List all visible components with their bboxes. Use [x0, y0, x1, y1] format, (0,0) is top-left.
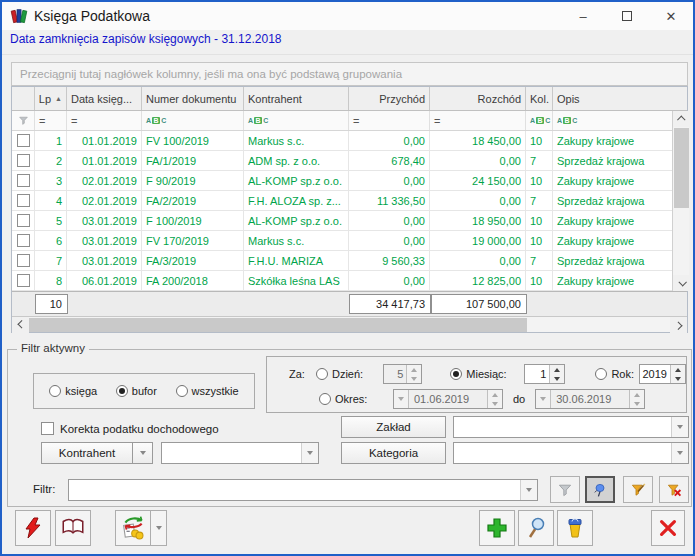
filter-cell-kontrahent[interactable]: ABC: [244, 111, 349, 130]
radio-miesiac[interactable]: Miesiąc:: [450, 368, 524, 380]
column-header-data[interactable]: Data księg...: [67, 87, 142, 110]
calendar-dropdown-icon[interactable]: [536, 390, 551, 408]
scroll-down-button[interactable]: [673, 275, 690, 291]
horizontal-scroll-thumb[interactable]: [29, 318, 527, 332]
radio-okres[interactable]: Okres:: [319, 393, 393, 405]
scroll-right-button[interactable]: [670, 317, 687, 333]
zaklad-button[interactable]: Zakład: [341, 416, 446, 438]
ksieguj-button[interactable]: [15, 510, 51, 546]
filter-cell-numer[interactable]: ABC: [142, 111, 244, 130]
table-row[interactable]: 2 01.01.2019 FA/1/2019 ADM sp. z o.o. 67…: [12, 151, 672, 171]
column-header-numer[interactable]: Numer dokumentu: [142, 87, 244, 110]
add-button[interactable]: [479, 510, 515, 546]
kontrahent-combo[interactable]: [161, 442, 319, 464]
row-checkbox[interactable]: [17, 214, 30, 227]
kategoria-combo[interactable]: [453, 442, 689, 464]
kategoria-button[interactable]: Kategoria: [341, 442, 446, 464]
scroll-left-button[interactable]: [12, 317, 29, 333]
table-row[interactable]: 7 03.01.2019 FA/3/2019 F.H.U. MARIZA 9 5…: [12, 251, 672, 271]
radio-rok[interactable]: Rok:: [595, 368, 638, 380]
spin-up[interactable]: [671, 365, 685, 374]
year-spinner[interactable]: 2019: [639, 364, 686, 384]
radio-dzien[interactable]: Dzień:: [316, 368, 381, 380]
filter-row-funnel-icon[interactable]: [12, 111, 35, 130]
separator: [2, 54, 693, 55]
zaklad-combo[interactable]: [453, 416, 689, 438]
renumeracja-button[interactable]: [115, 510, 151, 546]
row-checkbox[interactable]: [17, 134, 30, 147]
spin-down[interactable]: [488, 399, 502, 408]
day-spinner[interactable]: 5: [383, 364, 423, 384]
table-row[interactable]: 8 06.01.2019 FA 200/2018 Szkółka leśna L…: [12, 271, 672, 291]
delete-button[interactable]: [557, 510, 593, 546]
table-row[interactable]: 6 03.01.2019 FV 170/2019 Markus s.c. 0,0…: [12, 231, 672, 251]
funnel-clear-icon: [666, 482, 682, 498]
column-header-kol[interactable]: Kol.: [526, 87, 553, 110]
column-header-opis[interactable]: Opis: [553, 87, 672, 110]
filter-cell-lp[interactable]: =: [35, 111, 67, 130]
calendar-dropdown-icon[interactable]: [394, 390, 409, 408]
table-row[interactable]: 3 02.01.2019 F 90/2019 AL-KOMP sp.z o.o.…: [12, 171, 672, 191]
column-header-kontrahent[interactable]: Kontrahent: [244, 87, 349, 110]
spin-up[interactable]: [488, 390, 502, 399]
filter-edit-button[interactable]: [623, 476, 653, 503]
column-header-rozchod[interactable]: Rozchód: [430, 87, 526, 110]
maximize-button[interactable]: [605, 2, 649, 30]
column-header-przychod[interactable]: Przychód: [349, 87, 430, 110]
minimize-button[interactable]: –: [561, 2, 605, 30]
vertical-scrollbar[interactable]: [672, 111, 689, 291]
vertical-scroll-thumb[interactable]: [674, 128, 689, 208]
radio-wszystkie[interactable]: wszystkie: [176, 385, 239, 397]
header-select-column: [12, 87, 35, 110]
close-button[interactable]: [651, 510, 685, 546]
okres-to-date[interactable]: 30.06.2019: [535, 389, 645, 409]
view-button[interactable]: [518, 510, 554, 546]
korekta-checkbox[interactable]: Korekta podatku dochodowego: [41, 422, 219, 435]
row-checkbox[interactable]: [17, 194, 30, 207]
filter-cell-przychod[interactable]: =: [349, 111, 430, 130]
group-by-drop-zone[interactable]: Przeciągnij tutaj nagłówek kolumny, jeśl…: [11, 62, 688, 86]
month-spinner[interactable]: 1: [524, 364, 566, 384]
okres-from-date[interactable]: 01.06.2019: [393, 389, 503, 409]
filter-cell-opis[interactable]: ABC: [553, 111, 672, 130]
filter-cell-rozchod[interactable]: =: [430, 111, 526, 130]
row-checkbox[interactable]: [17, 234, 30, 247]
lightning-icon: [21, 516, 45, 540]
filter-cell-data[interactable]: =: [67, 111, 142, 130]
filtr-label: Filtr:: [33, 483, 55, 495]
book-button[interactable]: [55, 510, 91, 546]
spin-down[interactable]: [550, 374, 564, 383]
spin-down[interactable]: [630, 399, 644, 408]
row-checkbox[interactable]: [17, 154, 30, 167]
table-row[interactable]: 5 03.01.2019 F 100/2019 AL-KOMP sp.z o.o…: [12, 211, 672, 231]
plus-icon: [485, 516, 509, 540]
radio-ksiega[interactable]: księga: [49, 385, 97, 397]
filter-panel-legend: Filtr aktywny: [17, 342, 89, 354]
horizontal-scrollbar[interactable]: [12, 316, 687, 332]
spin-up[interactable]: [407, 365, 421, 374]
scroll-up-button[interactable]: [673, 111, 690, 127]
spin-up[interactable]: [550, 365, 564, 374]
close-window-button[interactable]: ✕: [649, 2, 693, 30]
spin-down[interactable]: [407, 374, 421, 383]
funnel-edit-icon: [630, 482, 646, 498]
spin-down[interactable]: [671, 374, 685, 383]
summary-count: 10: [35, 294, 68, 314]
kontrahent-button[interactable]: Kontrahent: [41, 442, 133, 464]
filter-pin-button[interactable]: [585, 476, 615, 503]
row-checkbox[interactable]: [17, 254, 30, 267]
renumeracja-dropdown-arrow[interactable]: [151, 510, 167, 546]
table-row[interactable]: 4 02.01.2019 FA/2/2019 F.H. ALOZA sp. z.…: [12, 191, 672, 211]
radio-bufor[interactable]: bufor: [116, 385, 157, 397]
table-row[interactable]: 1 01.01.2019 FV 100/2019 Markus s.c. 0,0…: [12, 131, 672, 151]
column-header-lp[interactable]: Lp▲: [35, 87, 67, 110]
filtr-combo[interactable]: [68, 479, 538, 501]
kontrahent-dropdown-arrow[interactable]: [133, 442, 153, 464]
filter-cell-kol[interactable]: ABC: [526, 111, 553, 130]
row-checkbox[interactable]: [17, 174, 30, 187]
spin-up[interactable]: [630, 390, 644, 399]
filter-clear-button[interactable]: [659, 476, 689, 503]
filter-apply-button[interactable]: [550, 476, 580, 503]
renumeration-icon: [120, 515, 146, 541]
row-checkbox[interactable]: [17, 274, 30, 287]
